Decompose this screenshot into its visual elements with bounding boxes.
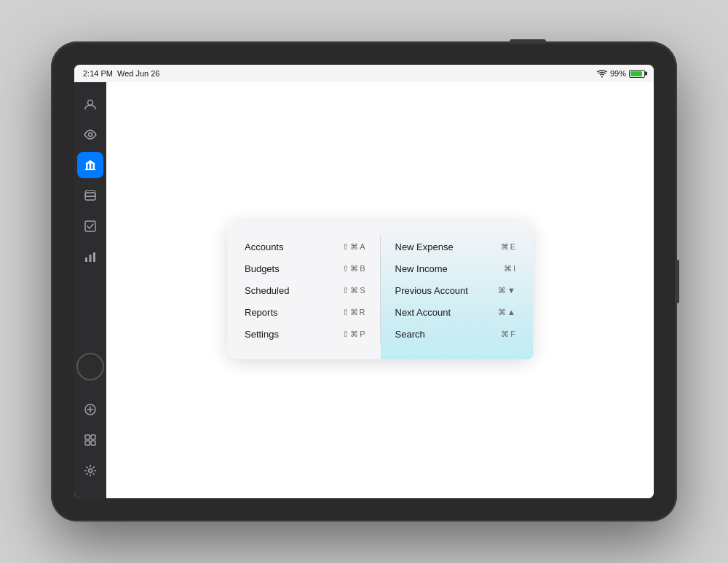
svg-rect-15 <box>85 435 90 439</box>
shortcut-item-new-expense: New Expense ⌘ E <box>395 236 516 257</box>
shortcut-keys-scheduled: ⇧ ⌘ S <box>342 286 365 295</box>
shortcut-keys-search: ⌘ F <box>501 330 515 339</box>
key-a: A <box>360 242 365 251</box>
sidebar-item-reports[interactable] <box>77 244 103 270</box>
sidebar-item-settings[interactable] <box>77 458 103 484</box>
shortcut-right-column: New Expense ⌘ E New Income ⌘ I <box>381 221 534 359</box>
key-f: F <box>510 330 515 338</box>
shortcut-item-previous-account: Previous Account ⌘ ▼ <box>395 279 516 301</box>
key-cmd: ⌘ <box>350 286 358 295</box>
shortcut-item-accounts: Accounts ⇧ ⌘ A <box>245 236 365 257</box>
key-shift: ⇧ <box>342 242 349 252</box>
shortcut-keys-previous-account: ⌘ ▼ <box>498 286 515 295</box>
battery-fill <box>630 71 642 76</box>
key-p: P <box>360 330 365 338</box>
sidebar-home-button[interactable] <box>76 353 104 380</box>
add-icon <box>84 403 97 416</box>
grid-icon <box>84 434 97 447</box>
cards-icon <box>84 189 97 202</box>
svg-rect-17 <box>85 441 90 445</box>
key-shift: ⇧ <box>342 264 349 273</box>
sidebar <box>74 82 106 498</box>
profile-icon <box>84 97 97 111</box>
shortcut-keys-new-expense: ⌘ E <box>501 242 515 252</box>
key-cmd: ⌘ <box>501 330 509 339</box>
shortcut-panel: Accounts ⇧ ⌘ A Budgets ⇧ ⌘ <box>227 221 533 359</box>
shortcut-keys-new-income: ⌘ I <box>504 264 515 273</box>
svg-point-1 <box>89 133 92 137</box>
sidebar-bottom <box>77 396 103 490</box>
svg-rect-13 <box>93 252 95 262</box>
shortcut-item-new-income: New Income ⌘ I <box>395 257 516 279</box>
svg-marker-6 <box>85 160 95 164</box>
gear-icon <box>84 464 97 477</box>
key-up: ▲ <box>507 308 515 316</box>
shortcut-item-search: Search ⌘ F <box>395 323 516 345</box>
key-shift: ⇧ <box>342 286 349 295</box>
shortcut-left-column: Accounts ⇧ ⌘ A Budgets ⇧ ⌘ <box>245 236 381 345</box>
key-e: E <box>510 242 515 251</box>
wifi-icon <box>597 70 607 78</box>
shortcut-item-settings: Settings ⇧ ⌘ P <box>245 323 365 345</box>
sidebar-item-scheduled[interactable] <box>77 213 103 239</box>
side-button[interactable] <box>675 260 679 303</box>
key-s: S <box>360 286 365 295</box>
top-button[interactable] <box>510 39 546 44</box>
key-cmd: ⌘ <box>498 286 506 295</box>
svg-rect-10 <box>85 221 95 231</box>
sidebar-item-cards[interactable] <box>77 183 103 209</box>
status-bar: 2:14 PM Wed Jun 26 99% <box>74 65 654 82</box>
key-i: I <box>513 264 515 273</box>
shortcut-item-scheduled: Scheduled ⇧ ⌘ S <box>245 279 365 301</box>
sidebar-item-overview[interactable] <box>77 121 103 148</box>
sidebar-item-profile[interactable] <box>77 91 103 117</box>
key-cmd: ⌘ <box>350 242 358 252</box>
shortcut-keys-reports: ⇧ ⌘ R <box>342 308 365 317</box>
key-down: ▼ <box>507 286 515 295</box>
key-shift: ⇧ <box>342 308 349 317</box>
battery-percent: 99% <box>610 69 626 78</box>
shortcut-label-accounts: Accounts <box>245 241 283 252</box>
svg-point-19 <box>89 469 92 473</box>
shortcut-item-next-account: Next Account ⌘ ▲ <box>395 301 516 323</box>
svg-rect-18 <box>91 441 95 445</box>
shortcut-label-settings: Settings <box>245 329 279 340</box>
key-cmd: ⌘ <box>498 308 506 317</box>
key-r: R <box>360 308 365 316</box>
screen: 2:14 PM Wed Jun 26 99% <box>74 65 654 498</box>
shortcut-label-search: Search <box>395 329 425 340</box>
key-b: B <box>360 264 365 273</box>
status-bar-right: 99% <box>597 69 645 78</box>
key-cmd: ⌘ <box>504 264 512 273</box>
svg-rect-3 <box>86 164 88 169</box>
svg-point-0 <box>88 100 93 105</box>
sidebar-item-grid[interactable] <box>77 427 103 453</box>
shortcut-item-budgets: Budgets ⇧ ⌘ B <box>245 257 365 279</box>
time-display: 2:14 PM <box>83 69 113 78</box>
svg-rect-16 <box>91 435 95 439</box>
key-cmd: ⌘ <box>350 330 358 339</box>
main-area: Accounts ⇧ ⌘ A Budgets ⇧ ⌘ <box>74 82 654 498</box>
shortcut-keys-settings: ⇧ ⌘ P <box>342 330 365 339</box>
sidebar-item-accounts[interactable] <box>77 152 103 178</box>
svg-rect-12 <box>90 255 92 262</box>
shortcut-keys-next-account: ⌘ ▲ <box>498 308 515 317</box>
shortcut-label-new-expense: New Expense <box>395 241 454 252</box>
shortcut-keys-accounts: ⇧ ⌘ A <box>342 242 365 252</box>
shortcut-label-next-account: Next Account <box>395 307 451 318</box>
sidebar-item-add[interactable] <box>77 396 103 423</box>
shortcut-label-budgets: Budgets <box>245 263 280 274</box>
svg-rect-5 <box>93 164 95 169</box>
svg-rect-11 <box>85 257 87 262</box>
status-bar-left: 2:14 PM Wed Jun 26 <box>83 69 159 78</box>
shortcut-label-previous-account: Previous Account <box>395 285 468 296</box>
key-cmd: ⌘ <box>501 242 509 252</box>
bank-icon <box>84 159 97 172</box>
check-icon <box>84 220 97 233</box>
key-cmd: ⌘ <box>350 264 358 273</box>
chart-icon <box>84 250 97 263</box>
svg-rect-2 <box>85 169 95 170</box>
shortcut-label-reports: Reports <box>245 307 278 318</box>
key-shift: ⇧ <box>342 330 349 339</box>
tablet-shell: 2:14 PM Wed Jun 26 99% <box>51 41 677 522</box>
